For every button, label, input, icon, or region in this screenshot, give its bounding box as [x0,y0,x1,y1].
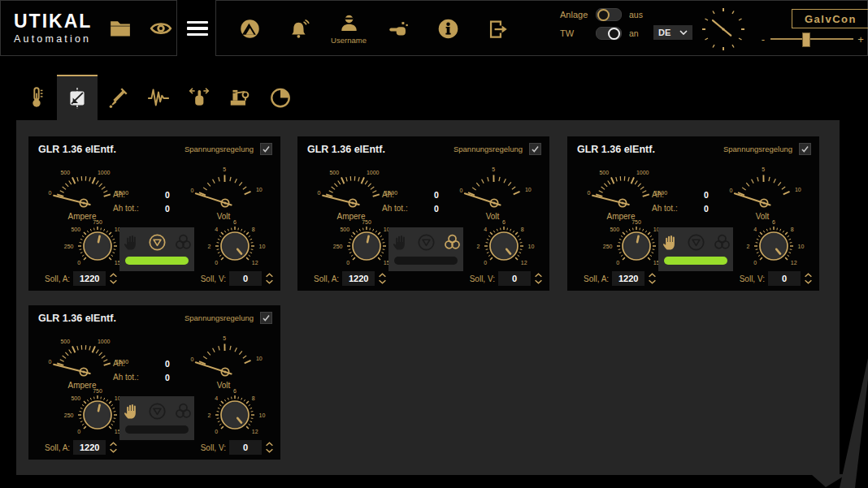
svg-text:0: 0 [730,188,733,193]
svg-text:2: 2 [477,244,480,249]
ah-readout: Ah:0 Ah tot.:0 [113,188,183,215]
soll-v-label: Soll, V: [470,274,495,283]
soll-a-stepper[interactable] [378,273,387,284]
chevron-up-icon [109,442,118,447]
svg-text:0: 0 [215,429,218,434]
soll-v-input[interactable] [768,271,801,286]
svg-text:2: 2 [208,244,211,249]
ah-readout: Ah:0 Ah tot.:0 [652,188,722,215]
svg-text:5: 5 [223,166,226,172]
folder-icon[interactable] [108,16,132,41]
voltage-control-label: Spannungsregelung [184,145,254,153]
toolbar: Username Anlage aus TW an [215,0,868,56]
info-icon[interactable] [431,18,465,40]
auto-mode-icon[interactable] [443,233,462,252]
service-icon[interactable] [381,18,415,40]
chevron-up-icon [648,273,657,278]
auto-mode-icon[interactable] [713,233,731,252]
soll-v-stepper[interactable] [265,442,274,453]
tab-thermometer[interactable] [16,75,57,120]
volt-knob[interactable]: 024681012 [455,214,553,276]
tab-dropper[interactable] [98,75,138,120]
soll-v-input[interactable] [229,440,262,455]
volt-gauge: 0510Volt [714,156,814,222]
manual-mode-icon[interactable] [122,402,141,421]
manual-mode-icon[interactable] [661,233,679,252]
tab-rectifier[interactable] [57,75,98,120]
zoom-slider: - + [759,32,865,46]
setpoint-volt: Soll, V: [201,271,274,286]
galvcon-app: UTIKAL Automation Username [0,0,868,488]
soll-a-input[interactable] [612,271,644,286]
anlage-state: aus [629,10,643,19]
svg-text:0: 0 [77,429,80,434]
soll-v-stepper[interactable] [804,273,813,284]
volt-knob[interactable]: 024681012 [725,214,822,276]
checkbox-icon[interactable] [260,312,272,324]
soll-v-input[interactable] [498,271,531,286]
galvcon-button[interactable]: GalvCon [792,9,868,28]
tab-gesture[interactable] [179,75,219,120]
volt-knob[interactable]: 024681012 [186,383,284,445]
soll-a-input[interactable] [342,271,375,286]
tab-plant[interactable] [219,75,260,120]
svg-text:0: 0 [318,190,321,196]
ah-value: 0 [704,190,709,200]
voltage-control-checkbox-group[interactable]: Spannungsregelung [184,143,272,155]
alarm-icon[interactable] [282,18,316,40]
ah-tot-label: Ah tot.: [382,204,424,213]
menu-icon[interactable] [182,16,211,41]
user-icon[interactable]: Username [332,13,366,45]
tw-toggle[interactable] [596,27,622,40]
voltage-control-checkbox-group[interactable]: Spannungsregelung [184,312,272,324]
checkbox-icon[interactable] [260,143,272,155]
tab-timer[interactable] [260,75,301,120]
language-select[interactable]: DE [653,25,692,40]
svg-text:12: 12 [521,260,527,266]
brand: UTIKAL Automation [14,12,92,45]
soll-v-input[interactable] [229,271,262,286]
svg-text:4: 4 [215,395,218,401]
soll-v-stepper[interactable] [265,273,274,284]
stop-mode-icon[interactable] [148,233,167,252]
zoom-slider-track[interactable] [770,38,853,40]
stop-mode-icon[interactable] [417,233,436,252]
soll-a-stepper[interactable] [109,273,118,284]
setpoint-ampere: Soll, A: [45,271,118,286]
svg-text:5: 5 [762,166,765,172]
auto-mode-icon[interactable] [174,402,193,421]
ah-label: Ah: [652,190,694,199]
zoom-slider-thumb[interactable] [802,32,810,47]
soll-a-input[interactable] [73,271,106,286]
stop-mode-icon[interactable] [687,233,705,252]
volt-knob[interactable]: 024681012 [186,214,284,276]
zoom-plus[interactable]: + [857,33,865,45]
soll-v-stepper[interactable] [534,273,543,284]
svg-text:10: 10 [798,244,805,249]
voltage-control-checkbox-group[interactable]: Spannungsregelung [454,143,541,155]
chart-icon[interactable] [232,18,267,40]
soll-a-label: Soll, A: [45,274,70,283]
svg-text:500: 500 [71,395,80,401]
panel-title: GLR 1.36 elEntf. [577,144,655,155]
anlage-toggle[interactable] [596,8,622,21]
stop-mode-icon[interactable] [148,402,167,421]
logout-icon[interactable] [480,18,514,40]
soll-a-stepper[interactable] [648,273,657,284]
eye-icon[interactable] [149,16,173,41]
svg-text:0: 0 [49,359,52,365]
checkbox-icon[interactable] [529,143,541,155]
mode-box [119,227,194,271]
soll-a-input[interactable] [73,440,106,455]
tab-bar [16,75,301,120]
checkbox-icon[interactable] [799,143,811,155]
zoom-minus[interactable]: - [759,33,767,45]
voltage-control-checkbox-group[interactable]: Spannungsregelung [723,143,811,155]
soll-a-stepper[interactable] [109,442,118,453]
auto-mode-icon[interactable] [174,233,193,252]
tab-waveform[interactable] [138,75,179,120]
svg-text:250: 250 [333,244,343,249]
manual-mode-icon[interactable] [391,233,410,252]
svg-text:0: 0 [616,260,619,266]
manual-mode-icon[interactable] [122,233,141,252]
